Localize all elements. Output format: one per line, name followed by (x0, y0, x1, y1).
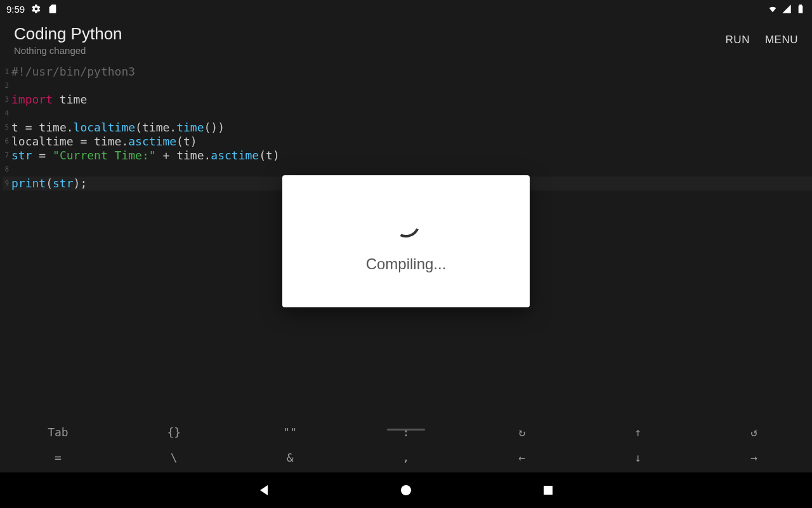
menu-button[interactable]: MENU (765, 34, 798, 46)
run-button[interactable]: RUN (726, 34, 750, 46)
line-number: 8 (3, 163, 11, 177)
code-content[interactable]: import time (11, 93, 812, 107)
code-content[interactable]: #!/usr/bin/python3 (11, 65, 812, 79)
code-line[interactable]: 3import time (3, 93, 812, 107)
shortcut-key[interactable]: ↓ (580, 451, 696, 464)
shortcut-key[interactable]: Tab (0, 425, 116, 439)
code-line[interactable]: 6localtime = time.asctime(t) (3, 135, 812, 149)
status-time: 9:59 (6, 4, 25, 15)
code-content[interactable]: str = "Current Time:" + time.asctime(t) (11, 149, 812, 163)
shortcut-key[interactable]: ↑ (580, 425, 696, 439)
overview-button[interactable] (540, 483, 556, 498)
svg-rect-1 (544, 486, 553, 495)
shortcut-key[interactable]: ↺ (696, 425, 812, 439)
wifi-icon (768, 4, 778, 14)
code-editor[interactable]: 1#!/usr/bin/python32 3import time4 5t = … (0, 61, 812, 190)
code-line[interactable]: 4 (3, 107, 812, 121)
shortcut-key[interactable]: ↻ (464, 425, 580, 439)
home-indicator (387, 429, 425, 431)
spinner-icon (388, 206, 424, 241)
home-button[interactable] (398, 483, 414, 498)
shortcut-key[interactable]: {} (116, 425, 232, 439)
code-line[interactable]: 8 (3, 163, 812, 177)
back-button[interactable] (256, 483, 272, 498)
code-content[interactable]: localtime = time.asctime(t) (11, 135, 812, 149)
line-number: 2 (3, 79, 11, 93)
code-content[interactable] (11, 107, 812, 121)
code-line[interactable]: 2 (3, 79, 812, 93)
line-number: 9 (3, 177, 11, 190)
line-number: 5 (3, 121, 11, 135)
svg-point-0 (401, 485, 411, 495)
code-line[interactable]: 9print(str); (3, 177, 812, 190)
line-number: 7 (3, 149, 11, 163)
gear-icon (31, 4, 41, 14)
line-number: 1 (3, 65, 11, 79)
shortcut-key[interactable]: "" (232, 425, 348, 439)
status-bar: 9:59 (0, 0, 812, 18)
app-title: Coding Python (14, 24, 122, 44)
line-number: 4 (3, 107, 11, 121)
shortcut-key[interactable]: = (0, 451, 116, 464)
line-number: 3 (3, 93, 11, 107)
battery-icon (796, 4, 806, 14)
code-line[interactable]: 5t = time.localtime(time.time()) (3, 121, 812, 135)
line-number: 6 (3, 135, 11, 149)
shortcut-key[interactable]: , (348, 451, 464, 464)
code-line[interactable]: 7str = "Current Time:" + time.asctime(t) (3, 149, 812, 163)
code-line[interactable]: 1#!/usr/bin/python3 (3, 65, 812, 79)
code-content[interactable]: print(str); (11, 177, 812, 190)
dialog-text: Compiling... (366, 255, 447, 273)
signal-icon (782, 4, 792, 14)
compile-dialog: Compiling... (282, 175, 530, 307)
code-content[interactable] (11, 79, 812, 93)
shortcut-key[interactable]: \ (116, 451, 232, 464)
app-header: Coding Python Nothing changed RUN MENU (0, 18, 812, 61)
shortcut-key[interactable]: ← (464, 451, 580, 464)
navigation-bar (0, 472, 812, 508)
sd-card-icon (48, 4, 58, 14)
code-content[interactable] (11, 163, 812, 177)
shortcut-bar: Tab{}"":↻↑↺ =\&,←↓→ (0, 419, 812, 470)
shortcut-key[interactable]: : (348, 425, 464, 439)
shortcut-key[interactable]: → (696, 451, 812, 464)
shortcut-key[interactable]: & (232, 451, 348, 464)
code-content[interactable]: t = time.localtime(time.time()) (11, 121, 812, 135)
app-subtitle: Nothing changed (14, 45, 122, 56)
